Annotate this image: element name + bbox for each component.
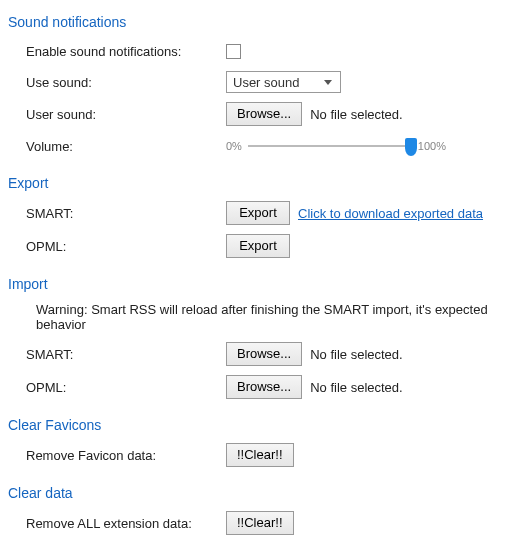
import-smart-browse-button[interactable]: Browse... [226,342,302,366]
volume-label: Volume: [26,139,226,154]
use-sound-label: Use sound: [26,75,226,90]
section-title-cleardata: Clear data [8,485,505,501]
export-opml-label: OPML: [26,239,226,254]
import-opml-label: OPML: [26,380,226,395]
section-title-export: Export [8,175,505,191]
export-smart-label: SMART: [26,206,226,221]
use-sound-value: User sound [233,75,299,90]
section-title-sound: Sound notifications [8,14,505,30]
enable-sound-checkbox[interactable] [226,44,241,59]
user-sound-label: User sound: [26,107,226,122]
remove-favicon-label: Remove Favicon data: [26,448,226,463]
import-smart-label: SMART: [26,347,226,362]
import-smart-file-status: No file selected. [310,347,403,362]
use-sound-select[interactable]: User sound [226,71,341,93]
export-opml-button[interactable]: Export [226,234,290,258]
section-title-import: Import [8,276,505,292]
user-sound-file-status: No file selected. [310,107,403,122]
remove-all-data-label: Remove ALL extension data: [26,516,226,531]
export-smart-button[interactable]: Export [226,201,290,225]
section-title-favicons: Clear Favicons [8,417,505,433]
volume-slider[interactable] [248,145,412,147]
clear-all-data-button[interactable]: !!Clear!! [226,511,294,535]
import-opml-file-status: No file selected. [310,380,403,395]
import-opml-browse-button[interactable]: Browse... [226,375,302,399]
volume-max-label: 100% [418,140,446,152]
import-warning: Warning: Smart RSS will reload after fin… [8,302,505,332]
export-download-link[interactable]: Click to download exported data [298,206,483,221]
volume-slider-thumb[interactable] [405,138,417,156]
enable-sound-label: Enable sound notifications: [26,44,226,59]
clear-favicon-button[interactable]: !!Clear!! [226,443,294,467]
user-sound-browse-button[interactable]: Browse... [226,102,302,126]
volume-min-label: 0% [226,140,242,152]
